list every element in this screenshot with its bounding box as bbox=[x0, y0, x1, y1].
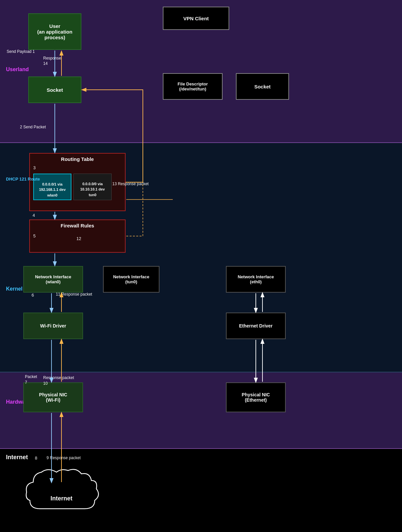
send-packet-label: 2 Send Packet bbox=[20, 125, 46, 129]
step5-label: 5 bbox=[33, 233, 36, 238]
step11-label: 11 Response packet bbox=[56, 292, 92, 297]
step13-label: 13 Response packet bbox=[112, 182, 149, 186]
wifi-driver-label: Wi-Fi Driver bbox=[40, 323, 66, 329]
step12-label: 12 bbox=[76, 236, 81, 241]
file-descriptor-label: File Descriptor (/dev/net/tun) bbox=[177, 81, 208, 91]
nic-eth-box: Physical NIC (Ethernet) bbox=[226, 382, 286, 412]
zone-label-kernel: Kernel bbox=[6, 286, 23, 292]
ni-eth0-box: Network Interface (eth0) bbox=[226, 266, 286, 293]
vpn-client-label: VPN Client bbox=[183, 16, 209, 21]
svg-text:Internet: Internet bbox=[50, 495, 72, 502]
routing-table-label: Routing Table bbox=[30, 154, 125, 162]
socket-vpn-box: Socket bbox=[236, 73, 289, 100]
route2-label: 0.0.0.0/0 via 10.10.10.1 dev tun0 bbox=[80, 182, 105, 197]
wifi-driver-box: Wi-Fi Driver bbox=[23, 313, 83, 339]
route1-label: 0.0.0.0/1 via 192.168.1.1 dev wlan0 bbox=[39, 182, 65, 197]
socket-userland-label: Socket bbox=[47, 87, 63, 93]
user-label: User (an application process) bbox=[37, 23, 72, 40]
step9-label: 9 Response packet bbox=[47, 456, 81, 460]
ni-wlan0-box: Network Interface (wlan0) bbox=[23, 266, 83, 293]
user-box: User (an application process) bbox=[28, 13, 81, 50]
route2-box: 0.0.0.0/0 via 10.10.10.1 dev tun0 bbox=[73, 174, 112, 200]
ni-tun0-label: Network Interface (tun0) bbox=[113, 274, 149, 284]
step8-label: 8 bbox=[35, 456, 37, 461]
zone-label-internet: Internet bbox=[6, 454, 28, 461]
response14-label: Response14 bbox=[43, 56, 61, 66]
routing-table-box: Routing Table 3 0.0.0.0/1 via 192.168.1.… bbox=[29, 153, 126, 211]
ni-wlan0-label: Network Interface (wlan0) bbox=[35, 274, 71, 284]
step4-label: 4 bbox=[33, 213, 35, 218]
vpn-client-box: VPN Client bbox=[163, 7, 229, 30]
ni-eth0-label: Network Interface (eth0) bbox=[238, 274, 274, 284]
dhcp-text: DHCP 121 Route bbox=[6, 177, 40, 182]
firewall-rules-box: Firewall Rules 5 12 bbox=[29, 219, 126, 253]
nic-wifi-label: Physical NIC (Wi-Fi) bbox=[39, 392, 67, 403]
nic-wifi-box: Physical NIC (Wi-Fi) bbox=[23, 382, 83, 412]
dhcp-label: DHCP 121 Route bbox=[6, 176, 40, 182]
socket-vpn-label: Socket bbox=[254, 84, 270, 89]
step6-label: 6 bbox=[32, 293, 34, 298]
internet-cloud: Internet bbox=[23, 466, 100, 519]
firewall-rules-label: Firewall Rules bbox=[30, 220, 125, 228]
send-payload-label: Send Payload 1 bbox=[7, 49, 35, 54]
packet7-label: Packet7 bbox=[25, 374, 37, 385]
zone-label-userland: Userland bbox=[6, 66, 29, 72]
socket-userland-box: Socket bbox=[28, 76, 81, 103]
ethernet-driver-box: Ethernet Driver bbox=[226, 313, 286, 339]
ethernet-driver-label: Ethernet Driver bbox=[239, 323, 272, 329]
ni-tun0-box: Network Interface (tun0) bbox=[103, 266, 159, 293]
file-descriptor-box: File Descriptor (/dev/net/tun) bbox=[163, 73, 223, 100]
response10-label: Response packet10 bbox=[43, 375, 74, 386]
step3-label: 3 bbox=[33, 165, 36, 170]
nic-eth-label: Physical NIC (Ethernet) bbox=[242, 392, 270, 403]
